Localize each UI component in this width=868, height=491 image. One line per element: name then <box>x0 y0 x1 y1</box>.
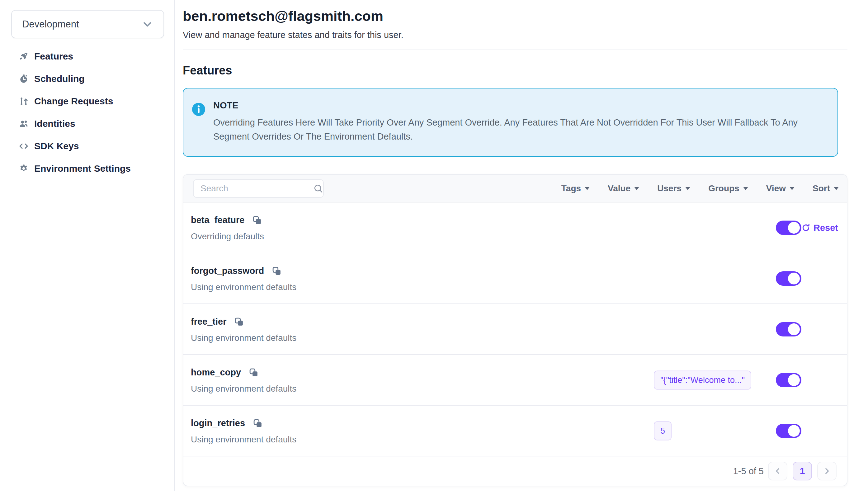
copy-icon[interactable] <box>272 266 281 276</box>
search-box[interactable] <box>193 179 324 198</box>
copy-icon[interactable] <box>249 368 258 377</box>
app-window: Development Features Scheduling <box>0 0 868 491</box>
pagination: 1-5 of 5 1 <box>183 456 847 486</box>
copy-icon[interactable] <box>235 317 244 326</box>
caret-down-icon <box>634 187 639 190</box>
page-1-button[interactable]: 1 <box>793 462 812 481</box>
environment-sidebar: Development Features Scheduling <box>0 0 175 491</box>
filter-value[interactable]: Value <box>608 183 639 194</box>
feature-value-chip[interactable]: "{"title":"Welcome to..." <box>654 370 751 389</box>
feature-status: Using environment defaults <box>191 333 847 343</box>
note-title: NOTE <box>213 100 808 111</box>
info-icon <box>191 102 206 117</box>
filter-label: Tags <box>561 183 581 194</box>
filter-view[interactable]: View <box>766 183 795 194</box>
chevron-down-icon <box>142 19 153 30</box>
search-icon <box>313 183 323 194</box>
toggle-knob <box>788 272 800 284</box>
filter-label: Users <box>657 183 682 194</box>
copy-icon[interactable] <box>253 419 262 428</box>
feature-name: login_retries <box>191 418 245 428</box>
filter-sort[interactable]: Sort <box>813 183 839 194</box>
feature-row[interactable]: forgot_password Using environment defaul… <box>183 253 847 304</box>
feature-name: beta_feature <box>191 215 244 225</box>
feature-toggle[interactable] <box>776 322 801 337</box>
previous-page-button[interactable] <box>768 462 787 481</box>
rocket-icon <box>19 51 29 61</box>
features-section-heading: Features <box>183 64 847 77</box>
filter-label: Value <box>608 183 630 194</box>
filter-users[interactable]: Users <box>657 183 690 194</box>
features-toolbar: Tags Value Users Groups View Sort <box>183 175 847 203</box>
sidebar-item-label: Scheduling <box>34 74 85 84</box>
filter-tags[interactable]: Tags <box>561 183 590 194</box>
filter-bar: Tags Value Users Groups View Sort <box>561 183 839 194</box>
feature-name: free_tier <box>191 317 226 327</box>
sidebar-item-label: Environment Settings <box>34 163 131 174</box>
chevron-left-icon <box>773 466 782 476</box>
feature-row[interactable]: beta_feature Overriding defaults Reset <box>183 203 847 253</box>
caret-down-icon <box>743 187 748 190</box>
chevron-right-icon <box>822 466 832 476</box>
gear-icon <box>19 164 29 174</box>
note-callout: NOTE Overriding Features Here Will Take … <box>183 88 838 157</box>
sidebar-item-sdk-keys[interactable]: SDK Keys <box>19 135 174 157</box>
next-page-button[interactable] <box>817 462 837 481</box>
caret-down-icon <box>834 187 839 190</box>
feature-toggle[interactable] <box>776 271 801 286</box>
caret-down-icon <box>789 187 795 190</box>
environment-selector[interactable]: Development <box>11 10 164 38</box>
feature-row[interactable]: home_copy Using environment defaults "{"… <box>183 355 847 406</box>
sidebar-item-identities[interactable]: Identities <box>19 113 174 135</box>
toggle-knob <box>788 222 800 234</box>
sidebar-item-change-requests[interactable]: Change Requests <box>19 90 174 113</box>
feature-toggle[interactable] <box>776 221 801 235</box>
feature-name: home_copy <box>191 367 241 378</box>
filter-groups[interactable]: Groups <box>708 183 748 194</box>
sidebar-item-label: SDK Keys <box>34 141 79 151</box>
feature-status: Overriding defaults <box>191 231 847 241</box>
reset-icon <box>801 223 810 232</box>
feature-status: Using environment defaults <box>191 435 847 444</box>
caret-down-icon <box>585 187 590 190</box>
feature-status: Using environment defaults <box>191 282 847 292</box>
filter-label: View <box>766 183 786 194</box>
feature-row[interactable]: login_retries Using environment defaults… <box>183 406 847 456</box>
copy-icon[interactable] <box>252 215 262 225</box>
page-subtitle: View and manage feature states and trait… <box>183 30 847 40</box>
sidebar-item-scheduling[interactable]: Scheduling <box>19 67 174 90</box>
note-body: Overriding Features Here Will Take Prior… <box>213 116 808 144</box>
environment-selector-value: Development <box>22 19 79 30</box>
toggle-knob <box>788 374 800 386</box>
toggle-knob <box>788 425 800 437</box>
sidebar-item-environment-settings[interactable]: Environment Settings <box>19 157 174 180</box>
filter-label: Sort <box>813 183 830 194</box>
feature-value-chip[interactable]: 5 <box>654 421 672 440</box>
people-icon <box>19 119 29 129</box>
toggle-knob <box>788 323 800 335</box>
feature-toggle[interactable] <box>776 424 801 438</box>
reset-button[interactable]: Reset <box>801 223 838 233</box>
sidebar-item-label: Features <box>34 51 73 62</box>
filter-label: Groups <box>708 183 739 194</box>
feature-toggle[interactable] <box>776 373 801 387</box>
sidebar-item-label: Change Requests <box>34 96 113 107</box>
code-brackets-icon <box>19 141 29 151</box>
change-requests-icon <box>19 96 29 106</box>
feature-row[interactable]: free_tier Using environment defaults <box>183 304 847 355</box>
reset-label: Reset <box>813 223 838 233</box>
header-divider <box>183 50 847 50</box>
sidebar-item-features[interactable]: Features <box>19 45 174 67</box>
search-input[interactable] <box>200 183 313 194</box>
pagination-summary: 1-5 of 5 <box>733 466 764 476</box>
stopwatch-icon <box>19 74 29 84</box>
main-content: ben.rometsch@flagsmith.com View and mana… <box>175 0 868 491</box>
sidebar-nav: Features Scheduling Change Requests Iden… <box>0 45 174 180</box>
page-title: ben.rometsch@flagsmith.com <box>183 8 847 24</box>
feature-name: forgot_password <box>191 266 264 276</box>
sidebar-item-label: Identities <box>34 118 75 129</box>
caret-down-icon <box>685 187 690 190</box>
features-panel: Tags Value Users Groups View Sort beta_f… <box>183 174 847 486</box>
